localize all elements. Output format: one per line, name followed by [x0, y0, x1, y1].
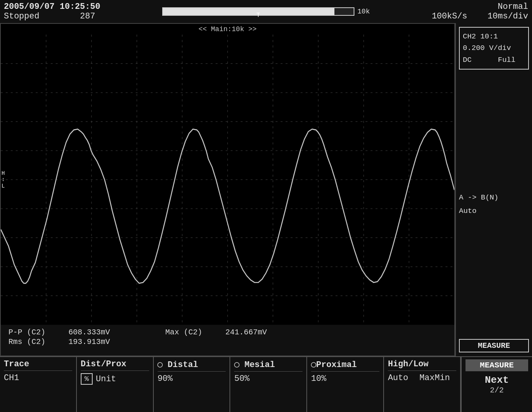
bottom-cell-highlow[interactable]: High/Low Auto MaxMin [384, 357, 461, 412]
bottom-cell-distal[interactable]: ◯ Distal 90% [154, 357, 231, 412]
trace-title: Trace [4, 359, 72, 371]
max-label: Max (C2) [165, 328, 202, 337]
bottom-cell-trace[interactable]: Trace CH1 [0, 357, 77, 412]
max-value: 241.667mV [225, 328, 267, 337]
top-center: T 10k [162, 7, 370, 16]
ch2-voltage: 0.200 V/div [463, 42, 525, 54]
distprox-title: Dist/Prox [81, 359, 149, 371]
proximal-value: 10% [311, 374, 379, 384]
top-right: Normal 100kS/s 10ms/div [432, 2, 528, 21]
measurement-row2: Rms (C2) 193.913mV [8, 337, 447, 346]
trigger-marker: T [256, 12, 260, 19]
right-panel: CH2 10:1 0.200 V/div DC Full A -> B(N) A… [455, 23, 532, 356]
scope-display: H ↕ L [1, 35, 454, 325]
distal-value: 90% [158, 374, 226, 384]
trigger-info: A -> B(N) Auto [459, 191, 529, 217]
pp-label: P-P (C2) [8, 328, 45, 337]
top-left: 2005/09/07 10:25:50 Stopped 287 [4, 2, 100, 21]
unit-box[interactable]: % [81, 373, 93, 385]
highlow-value: Auto MaxMin [388, 373, 456, 383]
measure-label-box: MEASURE [459, 339, 529, 352]
next-label[interactable]: Next [466, 374, 528, 386]
measure-header: MEASURE [466, 359, 528, 371]
highlow-title: High/Low [388, 359, 456, 371]
distal-title: ◯ Distal [158, 359, 226, 372]
progress-label: 10k [357, 8, 370, 15]
mode: Normal [498, 2, 528, 12]
trace-value: CH1 [4, 373, 72, 383]
measurement-row1: P-P (C2) 608.333mV Max (C2) 241.667mV [8, 328, 447, 337]
bottom-bar: Trace CH1 Dist/Prox % Unit ◯ Distal 90% [0, 356, 532, 412]
mesial-value: 50% [234, 374, 303, 384]
main-container: 2005/09/07 10:25:50 Stopped 287 T 10k No… [0, 0, 532, 412]
measurements-bar: P-P (C2) 608.333mV Max (C2) 241.667mV Rm… [1, 325, 454, 356]
trigger-line2: Auto [459, 204, 529, 218]
bottom-cell-mesial[interactable]: ◯ Mesial 50% [230, 357, 307, 412]
proximal-title: ◯Proximal [311, 359, 379, 372]
rate: 100kS/s 10ms/div [432, 12, 528, 21]
oscilloscope-area: << Main:10k >> [0, 23, 455, 356]
datetime: 2005/09/07 10:25:50 [4, 2, 100, 12]
bottom-cell-proximal[interactable]: ◯Proximal 10% [307, 357, 384, 412]
top-bar: 2005/09/07 10:25:50 Stopped 287 T 10k No… [0, 0, 532, 23]
ch2-info: CH2 10:1 0.200 V/div DC Full [459, 27, 529, 70]
trigger-line1: A -> B(N) [459, 191, 529, 204]
next-page: 2/2 [466, 386, 528, 395]
distprox-value: % Unit [81, 373, 149, 385]
ch2-probe: CH2 10:1 [463, 31, 525, 42]
content-row: << Main:10k >> [0, 23, 532, 356]
bottom-cell-measure[interactable]: MEASURE Next 2/2 [461, 357, 532, 412]
rms-value: 193.913mV [68, 337, 110, 346]
status: Stopped 287 [4, 12, 100, 21]
progress-bar-container: T 10k [162, 7, 370, 16]
pp-value: 608.333mV [68, 328, 110, 337]
signal-svg [1, 35, 454, 325]
ch2-coupling: DC Full [463, 54, 525, 66]
mesial-title: ◯ Mesial [234, 359, 303, 372]
trigger-label: H ↕ L [2, 170, 5, 189]
rms-label: Rms (C2) [8, 337, 45, 346]
progress-bar-inner [163, 8, 334, 15]
bottom-cell-distprox[interactable]: Dist/Prox % Unit [77, 357, 154, 412]
progress-bar-outer: T [162, 7, 354, 16]
main-label: << Main:10k >> [1, 24, 454, 35]
